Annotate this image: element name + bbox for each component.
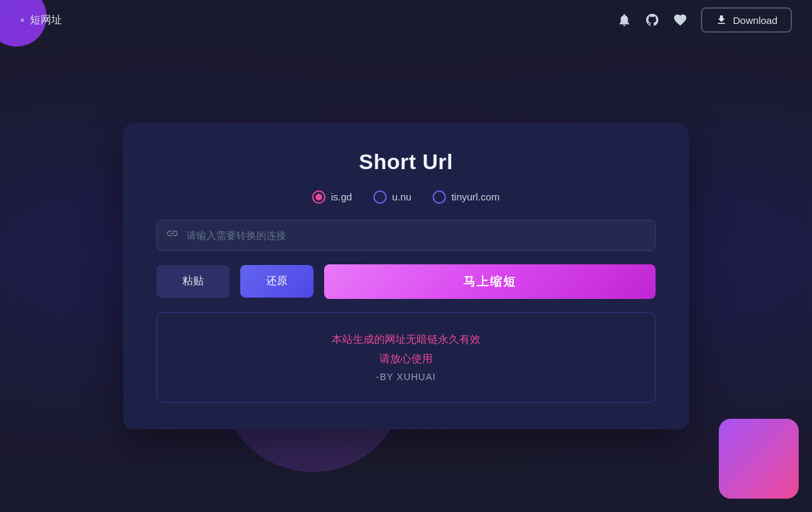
radio-circle-unu — [373, 190, 387, 204]
radio-circle-isgd — [312, 190, 325, 204]
card: Short Url is.gd u.nu tinyurl.com — [123, 123, 689, 429]
radio-isgd[interactable]: is.gd — [312, 190, 352, 204]
nav-right: Download — [617, 7, 792, 33]
radio-label-tinyurl: tinyurl.com — [451, 191, 500, 202]
radio-label-unu: u.nu — [392, 191, 411, 202]
button-row: 粘贴 还原 马上缩短 — [156, 264, 656, 299]
download-icon — [715, 14, 727, 26]
bell-icon[interactable] — [617, 13, 632, 27]
logo: • 短网址 — [20, 13, 62, 28]
info-line-3: -BY XUHUAI — [170, 372, 642, 382]
logo-text: 短网址 — [30, 13, 62, 27]
link-icon — [166, 227, 179, 244]
restore-button[interactable]: 还原 — [240, 265, 313, 298]
paste-button[interactable]: 粘贴 — [156, 265, 230, 298]
main-content: Short Url is.gd u.nu tinyurl.com — [0, 40, 812, 512]
radio-tinyurl[interactable]: tinyurl.com — [433, 190, 500, 204]
navbar: • 短网址 Download — [0, 0, 812, 40]
download-label: Download — [733, 15, 777, 26]
radio-group: is.gd u.nu tinyurl.com — [156, 190, 656, 204]
card-title: Short Url — [156, 150, 656, 174]
radio-unu[interactable]: u.nu — [373, 190, 411, 204]
info-line-1: 本站生成的网址无暗链永久有效 — [170, 333, 642, 347]
info-box: 本站生成的网址无暗链永久有效 请放心使用 -BY XUHUAI — [156, 312, 656, 403]
github-icon[interactable] — [645, 13, 660, 27]
download-button[interactable]: Download — [701, 7, 792, 33]
shorten-button[interactable]: 马上缩短 — [324, 264, 656, 299]
radio-label-isgd: is.gd — [331, 191, 352, 202]
heart-icon[interactable] — [673, 13, 688, 27]
radio-circle-tinyurl — [433, 190, 446, 204]
url-input[interactable] — [156, 220, 656, 251]
logo-dot: • — [20, 13, 25, 28]
info-line-2: 请放心使用 — [170, 352, 642, 366]
input-wrapper — [156, 220, 656, 251]
